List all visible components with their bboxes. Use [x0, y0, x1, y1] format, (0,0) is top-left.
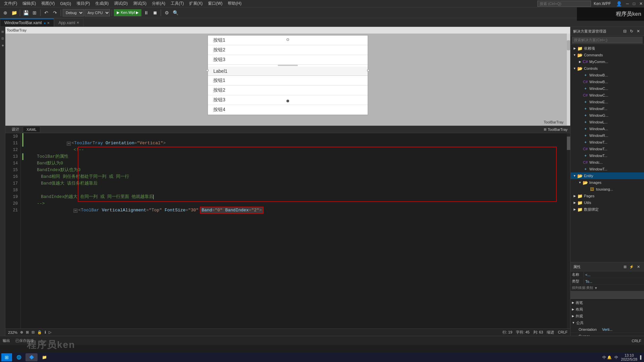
tree-item-entity[interactable]: ▼ 📂 Entity [571, 172, 644, 179]
menu-window[interactable]: 窗口(W) [205, 0, 225, 7]
collapse-all-btn[interactable]: ⊟ [622, 28, 628, 34]
code-line-16[interactable]: Band相同 则任务栏都处于同一列 或 同一行 [23, 173, 570, 180]
code-content[interactable]: ─ <ToolBarTray Orientation="Vertical"> <… [21, 133, 570, 328]
solution-search-input[interactable] [572, 37, 643, 43]
menu-edit[interactable]: 编辑(E) [20, 0, 39, 7]
tree-item-images[interactable]: ▼ 📂 Images [571, 179, 644, 186]
tree-item-windowg[interactable]: ✦ WindowG... [571, 112, 644, 119]
code-line-18[interactable] [23, 187, 570, 194]
tree-item-commands[interactable]: ▼ 📂 Commands [571, 52, 644, 58]
tree-item-windowr[interactable]: ✦ WindowR... [571, 132, 644, 139]
menu-git[interactable]: Git(G) [57, 0, 74, 7]
code-line-10[interactable] [23, 133, 570, 140]
tree-item-windowc1[interactable]: ✦ WindowC... [571, 85, 644, 92]
tree-item-windowt3[interactable]: ✦ WindowT... [571, 152, 644, 159]
search-btn[interactable]: 🔍 [171, 9, 179, 17]
tab-windowtoolbar[interactable]: WindowToolBar.xaml ● ✕ [0, 18, 54, 27]
tree-item-windc[interactable]: C# Windc... [571, 159, 644, 166]
pause-btn[interactable]: ⏸ [142, 9, 150, 17]
tab-xaml[interactable]: XAML [23, 126, 40, 133]
menu-project[interactable]: 项目(P) [74, 0, 93, 7]
tab-windowtoolbar-close[interactable]: ✕ [47, 21, 50, 25]
expand-icon[interactable]: ▷ [49, 330, 51, 334]
close-panel-btn[interactable]: ✕ [635, 28, 641, 34]
code-line-11[interactable]: ─ <ToolBarTray Orientation="Vertical"> [23, 140, 570, 147]
design-vscrollbar[interactable] [567, 34, 570, 125]
platform-select[interactable]: Any CPU [85, 9, 110, 16]
code-line-19[interactable]: BandIndex的越大 在同一列 或 同一行里面 他就越靠后 [23, 194, 570, 200]
code-line-12[interactable]: <!-- [23, 147, 570, 153]
start-button[interactable]: ⊞ [1, 353, 12, 361]
taskbar-vs[interactable]: 🔷 [25, 353, 38, 361]
tree-item-windowb2[interactable]: C# WindowB... [571, 79, 644, 85]
taskbar-show-desktop[interactable]: ▌ [640, 355, 643, 359]
open-btn[interactable]: 📁 [10, 9, 18, 17]
tree-item-databinding[interactable]: ▶ 📁 数据绑定 [571, 206, 644, 213]
gutter-icon-3[interactable]: ◈ [0, 43, 5, 48]
gutter-icon-1[interactable]: ⊞ [0, 30, 5, 34]
redo-btn[interactable]: ↷ [51, 9, 59, 17]
props-sort-btn[interactable]: ⊞ [622, 264, 628, 270]
breadcrumb-toolbartray[interactable]: ToolBarTray [7, 28, 26, 32]
tree-item-windowl[interactable]: ✦ WindowL... [571, 119, 644, 125]
sort-arrow[interactable]: ▼ [594, 286, 598, 290]
search-input[interactable] [537, 1, 591, 7]
refresh-btn[interactable]: ↻ [629, 28, 635, 34]
tree-item-windowf[interactable]: ✦ WindowF... [571, 105, 644, 112]
menu-file[interactable]: 文件(F) [1, 0, 20, 7]
code-line-14[interactable]: Band默认为0 [23, 160, 570, 167]
code-vscroll-thumb[interactable] [567, 137, 570, 150]
tree-item-deps[interactable]: ▶ 📁 依赖项 [571, 45, 644, 52]
tree-item-touxiang[interactable]: 🖼 touxiang... [571, 186, 644, 193]
props-group-brush[interactable]: ▶ 画笔 [571, 299, 644, 306]
config-select[interactable]: Debug [63, 9, 84, 16]
tab-appxaml[interactable]: App.xaml ✕ [54, 18, 84, 27]
menu-analyze[interactable]: 分析(A) [149, 0, 168, 7]
gutter-icon-2[interactable]: ⊟ [0, 36, 5, 41]
save-all-btn[interactable]: ⊞ [31, 9, 39, 17]
tree-item-windowa[interactable]: ✦ WindowA... [571, 125, 644, 132]
tree-item-windowc2[interactable]: C# WindowC... [571, 92, 644, 99]
taskbar-chrome[interactable]: 🌐 [13, 353, 25, 361]
new-btn[interactable]: ⊕ [1, 9, 9, 17]
menu-view[interactable]: 视图(V) [39, 0, 57, 7]
settings-btn[interactable]: ⚙ [163, 9, 171, 17]
tab-design[interactable]: 设计 [8, 126, 23, 133]
props-search-input[interactable] [571, 291, 644, 299]
run-button[interactable]: ▶ Ken.Wpf ▶ [114, 9, 142, 16]
code-line-15[interactable]: BandIndex默认也为0 [23, 167, 570, 173]
undo-btn[interactable]: ↶ [42, 9, 50, 17]
close-btn[interactable]: ✕ [639, 1, 643, 6]
tree-item-windowt2[interactable]: C# WindowT... [571, 146, 644, 152]
props-group-common[interactable]: ▼ 公共 [571, 319, 644, 326]
menu-build[interactable]: 生成(B) [93, 0, 111, 7]
save-btn[interactable]: 💾 [22, 9, 30, 17]
props-group-appearance[interactable]: ▶ 外观 [571, 313, 644, 319]
code-line-20[interactable]: --> [23, 200, 570, 207]
tree-item-utils[interactable]: ▶ 📁 Utils [571, 199, 644, 206]
menu-help[interactable]: 帮助(H) [225, 0, 244, 7]
user-icon[interactable]: 👤 [616, 1, 622, 6]
maximize-btn[interactable]: □ [633, 1, 635, 6]
menu-debug[interactable]: 调试(D) [111, 0, 130, 7]
code-vscrollbar[interactable] [567, 133, 570, 328]
tree-item-windowe[interactable]: ✦ WindowE... [571, 99, 644, 105]
props-event-btn[interactable]: ⚡ [629, 264, 635, 270]
design-vscroll-thumb[interactable] [567, 40, 570, 50]
menu-tools[interactable]: 工具(T) [168, 0, 186, 7]
taskbar-explorer[interactable]: 📁 [38, 353, 50, 361]
code-line-17[interactable]: Band值越大 该任务栏越靠后 [23, 180, 570, 187]
menu-test[interactable]: 测试(S) [130, 0, 149, 7]
tree-item-windowt4[interactable]: ✦ WindowT... [571, 166, 644, 172]
tree-item-controls[interactable]: ▼ 📂 Controls [571, 65, 644, 72]
output-label[interactable]: 输出 [3, 338, 10, 343]
props-group-layout[interactable]: ▶ 布局 [571, 306, 644, 313]
tab-appxaml-close[interactable]: ✕ [76, 21, 79, 24]
stop-btn[interactable]: ⏹ [151, 9, 159, 17]
tree-item-mycomm[interactable]: ▶ C# MyComm... [571, 58, 644, 65]
tree-item-pages[interactable]: ▶ 📁 Pages [571, 193, 644, 199]
orientation-value[interactable]: Verti... [601, 327, 643, 331]
breadcrumb-toolbartray2[interactable]: ToolBarTray [548, 127, 568, 132]
menu-extensions[interactable]: 扩展(X) [186, 0, 205, 7]
code-line-13[interactable]: ToolBar的属性 [23, 153, 570, 160]
